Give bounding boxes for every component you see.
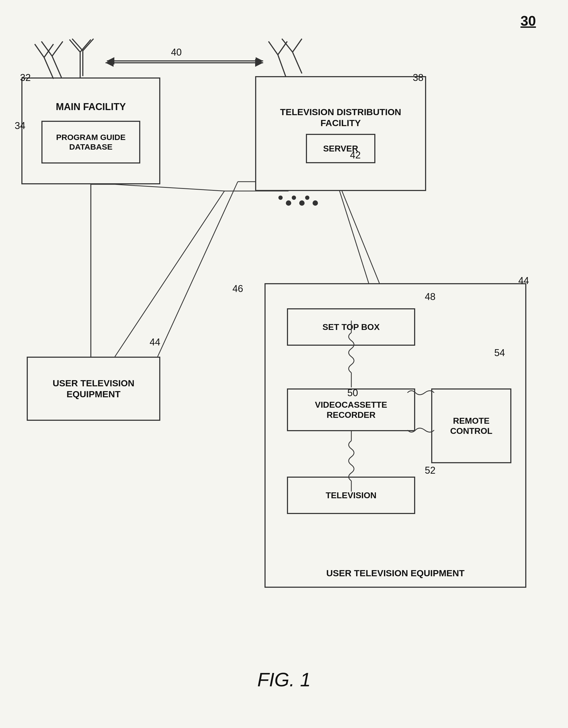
program-guide-db-box: PROGRAM GUIDE DATABASE [41, 121, 140, 163]
svg-point-21 [292, 196, 296, 200]
svg-line-2 [52, 41, 63, 56]
ref-34: 34 [15, 120, 25, 131]
ref-44-right: 44 [518, 275, 529, 286]
svg-line-5 [83, 39, 94, 51]
remote-control-label: REMOTE CONTROL [432, 413, 510, 439]
user-tv-equipment-right-label: USER TELEVISION EQUIPMENT [324, 565, 467, 581]
svg-line-7 [282, 39, 293, 52]
ref-50: 50 [347, 387, 358, 399]
svg-line-13 [158, 182, 238, 357]
svg-line-27 [69, 40, 80, 52]
svg-line-25 [44, 44, 53, 57]
ref-40: 40 [171, 47, 182, 58]
server-box: SERVER [306, 134, 375, 163]
svg-line-8 [293, 39, 302, 52]
svg-point-38 [286, 200, 291, 206]
television-label: TELEVISION [323, 488, 379, 503]
set-top-box-box: SET TOP BOX [287, 308, 415, 346]
ref-46: 46 [232, 283, 243, 294]
svg-line-0 [52, 56, 61, 77]
ref-38: 38 [413, 72, 423, 83]
user-tv-equipment-right-box: USER TELEVISION EQUIPMENT SET TOP BOX VI… [264, 283, 526, 588]
set-top-box-label: SET TOP BOX [320, 319, 382, 335]
svg-point-39 [299, 200, 305, 206]
ref-52: 52 [425, 465, 435, 476]
main-facility-box: MAIN FACILITY PROGRAM GUIDE DATABASE [21, 77, 160, 184]
svg-point-40 [313, 200, 318, 206]
svg-line-1 [41, 41, 52, 56]
figure-label: FIG. 1 [257, 669, 311, 691]
svg-marker-34 [256, 57, 263, 65]
svg-point-22 [305, 196, 309, 200]
ref-48: 48 [425, 291, 435, 302]
ref-54: 54 [494, 347, 505, 359]
svg-line-37 [342, 191, 379, 283]
tv-distribution-box: TELEVISION DISTRIBUTION FACILITY SERVER [255, 76, 426, 191]
remote-control-box: REMOTE CONTROL [431, 388, 511, 463]
svg-marker-10 [106, 59, 114, 67]
user-tv-equipment-left-box: USER TELEVISION EQUIPMENT [27, 357, 160, 421]
svg-line-14 [337, 182, 369, 283]
svg-line-36 [115, 191, 224, 357]
tv-distribution-label: TELEVISION DISTRIBUTION FACILITY [256, 104, 425, 131]
svg-line-47 [115, 184, 224, 191]
user-tv-equipment-left-label: USER TELEVISION EQUIPMENT [28, 375, 159, 402]
program-guide-db-label: PROGRAM GUIDE DATABASE [42, 130, 139, 154]
figure-number: 30 [520, 13, 536, 29]
svg-line-31 [278, 41, 287, 55]
ref-32: 32 [20, 72, 31, 83]
svg-line-28 [80, 40, 91, 52]
ref-44-left: 44 [150, 337, 160, 348]
svg-line-6 [293, 52, 302, 73]
svg-line-4 [72, 39, 83, 51]
svg-marker-33 [107, 57, 114, 65]
svg-marker-11 [255, 59, 263, 67]
svg-line-23 [44, 57, 53, 79]
svg-line-29 [278, 55, 286, 77]
television-box: TELEVISION [287, 477, 415, 514]
svg-point-20 [278, 196, 283, 200]
svg-line-30 [269, 41, 278, 55]
ref-42: 42 [350, 150, 361, 161]
main-facility-label: MAIN FACILITY [53, 98, 129, 115]
vcr-label: VIDEOCASSETTE RECORDER [288, 397, 414, 423]
svg-line-24 [35, 44, 44, 57]
